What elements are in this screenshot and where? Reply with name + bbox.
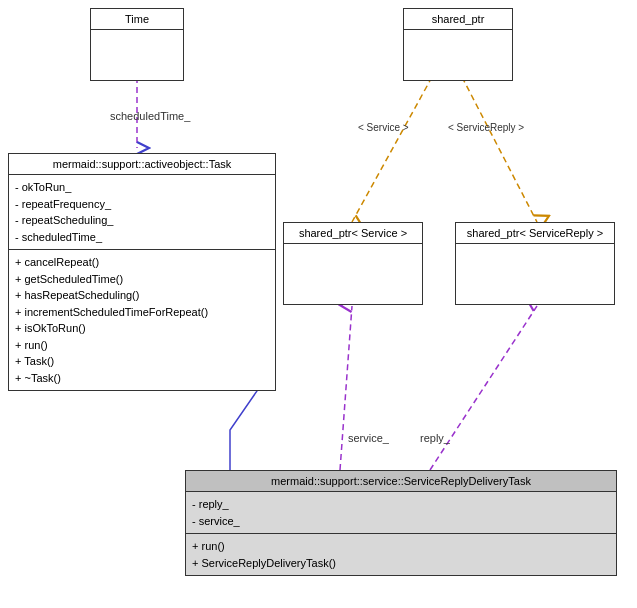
task-method-7: + Task() bbox=[15, 353, 269, 370]
time-class-header: Time bbox=[91, 9, 183, 30]
shared-ptr-service-reply-body bbox=[456, 244, 614, 304]
task-attr-2: - repeatFrequency_ bbox=[15, 196, 269, 213]
service-field-label: service_ bbox=[348, 432, 389, 444]
task-class-header: mermaid::support::activeobject::Task bbox=[9, 154, 275, 175]
shared-ptr-class-header: shared_ptr bbox=[404, 9, 512, 30]
task-class: mermaid::support::activeobject::Task - o… bbox=[8, 153, 276, 391]
srdt-attr-1: - reply_ bbox=[192, 496, 610, 513]
task-method-6: + run() bbox=[15, 337, 269, 354]
task-method-4: + incrementScheduledTimeForRepeat() bbox=[15, 304, 269, 321]
task-method-5: + isOkToRun() bbox=[15, 320, 269, 337]
shared-ptr-service-reply-class: shared_ptr< ServiceReply > bbox=[455, 222, 615, 305]
task-class-attributes: - okToRun_ - repeatFrequency_ - repeatSc… bbox=[9, 175, 275, 250]
svg-line-2 bbox=[462, 77, 537, 222]
shared-ptr-class-body bbox=[404, 30, 512, 80]
task-attr-1: - okToRun_ bbox=[15, 179, 269, 196]
diagram-container: Time shared_ptr mermaid::support::active… bbox=[0, 0, 637, 608]
shared-ptr-service-reply-name: shared_ptr< ServiceReply > bbox=[467, 227, 603, 239]
srdt-method-1: + run() bbox=[192, 538, 610, 555]
service-reply-delivery-task-methods: + run() + ServiceReplyDeliveryTask() bbox=[186, 534, 616, 575]
service-reply-delivery-task-attributes: - reply_ - service_ bbox=[186, 492, 616, 534]
service-template-label: < Service > bbox=[358, 122, 409, 133]
srdt-method-2: + ServiceReplyDeliveryTask() bbox=[192, 555, 610, 572]
task-attr-3: - repeatScheduling_ bbox=[15, 212, 269, 229]
shared-ptr-service-body bbox=[284, 244, 422, 304]
time-class: Time bbox=[90, 8, 184, 81]
shared-ptr-service-class: shared_ptr< Service > bbox=[283, 222, 423, 305]
task-class-name: mermaid::support::activeobject::Task bbox=[53, 158, 232, 170]
shared-ptr-service-header: shared_ptr< Service > bbox=[284, 223, 422, 244]
service-reply-delivery-task-header: mermaid::support::service::ServiceReplyD… bbox=[186, 471, 616, 492]
svg-line-3 bbox=[340, 306, 352, 470]
task-class-methods: + cancelRepeat() + getScheduledTime() + … bbox=[9, 250, 275, 390]
service-reply-template-label: < ServiceReply > bbox=[448, 122, 524, 133]
task-method-3: + hasRepeatScheduling() bbox=[15, 287, 269, 304]
time-class-name: Time bbox=[125, 13, 149, 25]
task-method-1: + cancelRepeat() bbox=[15, 254, 269, 271]
svg-line-1 bbox=[352, 77, 432, 222]
svg-line-4 bbox=[430, 306, 537, 470]
task-method-8: + ~Task() bbox=[15, 370, 269, 387]
task-attr-4: - scheduledTime_ bbox=[15, 229, 269, 246]
service-reply-delivery-task-name: mermaid::support::service::ServiceReplyD… bbox=[271, 475, 531, 487]
shared-ptr-service-name: shared_ptr< Service > bbox=[299, 227, 407, 239]
scheduled-time-label: scheduledTime_ bbox=[110, 110, 190, 122]
shared-ptr-class-name: shared_ptr bbox=[432, 13, 485, 25]
shared-ptr-class: shared_ptr bbox=[403, 8, 513, 81]
shared-ptr-service-reply-header: shared_ptr< ServiceReply > bbox=[456, 223, 614, 244]
task-method-2: + getScheduledTime() bbox=[15, 271, 269, 288]
reply-field-label: reply_ bbox=[420, 432, 450, 444]
srdt-attr-2: - service_ bbox=[192, 513, 610, 530]
service-reply-delivery-task-class: mermaid::support::service::ServiceReplyD… bbox=[185, 470, 617, 576]
time-class-body bbox=[91, 30, 183, 80]
